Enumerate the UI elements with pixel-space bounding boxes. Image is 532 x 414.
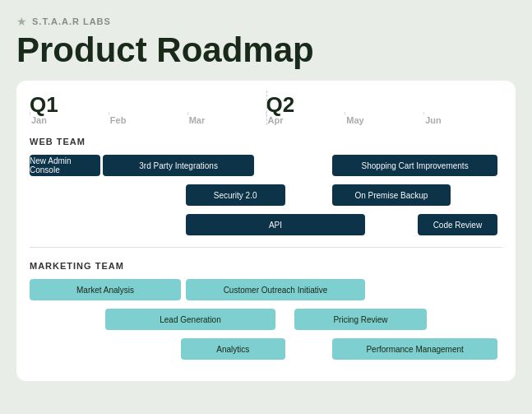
month-jun: Jun	[423, 115, 502, 125]
task-market-analysis: Market Analysis	[30, 279, 181, 300]
task-3rd-party-integrations: 3rd Party Integrations	[103, 155, 254, 176]
brand-name: S.T.A.A.R LABS	[32, 16, 111, 26]
task-code-review: Code Review	[418, 214, 498, 235]
task-analytics: Analytics	[181, 338, 285, 360]
page-title: Product Roadmap	[16, 31, 516, 69]
marketing-team-section: MARKETING TEAM Market Analysis Customer …	[30, 258, 502, 361]
task-performance-management: Performance Management	[332, 338, 497, 360]
task-new-admin-console: New Admin Console	[30, 155, 100, 176]
task-api: API	[186, 214, 366, 235]
marketing-row-2: Lead Generation Pricing Review	[30, 307, 502, 332]
web-team-header: WEB TEAM	[30, 133, 502, 147]
web-row-2: Security 2.0 On Premise Backup	[30, 183, 502, 207]
task-shopping-cart: Shopping Cart Improvements	[332, 155, 497, 176]
month-apr: Apr	[266, 115, 345, 125]
month-may: May	[345, 115, 423, 125]
q1-label: Q1	[30, 94, 266, 115]
marketing-row-1: Market Analysis Customer Outreach Initia…	[30, 277, 502, 302]
brand-star-icon: ★	[16, 15, 27, 28]
task-on-premise-backup: On Premise Backup	[332, 184, 451, 206]
web-row-3: API Code Review	[30, 212, 502, 237]
section-divider	[30, 247, 502, 248]
marketing-row-3: Analytics Performance Management	[30, 337, 502, 361]
q2-label: Q2	[266, 94, 503, 115]
web-row-1: New Admin Console 3rd Party Integrations…	[30, 153, 502, 178]
task-lead-generation: Lead Generation	[105, 309, 275, 330]
task-customer-outreach: Customer Outreach Initiative	[186, 279, 366, 300]
months-row: Jan Feb Mar Apr May Jun	[30, 115, 502, 125]
month-mar: Mar	[187, 115, 266, 125]
task-security: Security 2.0	[186, 184, 285, 206]
web-team-section: WEB TEAM New Admin Console 3rd Party Int…	[30, 133, 502, 237]
month-feb: Feb	[109, 115, 187, 125]
brand: ★ S.T.A.A.R LABS	[16, 15, 516, 28]
task-pricing-review: Pricing Review	[294, 309, 427, 330]
month-jan: Jan	[30, 115, 109, 125]
roadmap-container: Q1 Q2 Jan Feb Mar Apr May Jun WEB TEAM N…	[16, 81, 516, 381]
marketing-team-header: MARKETING TEAM	[30, 258, 502, 271]
